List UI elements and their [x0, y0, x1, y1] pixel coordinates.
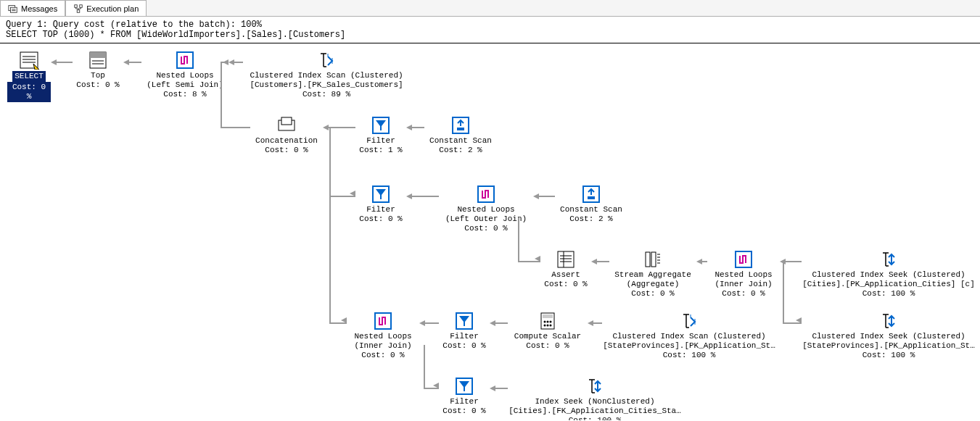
nested-loops-icon [734, 250, 753, 269]
node-clustered-index-scan-customers[interactable]: Clustered Index Scan (Clustered) [Custom… [243, 51, 410, 99]
arrow [406, 193, 439, 199]
node-cost: Cost: 2 % [569, 214, 612, 223]
svg-rect-5 [80, 4, 83, 7]
filter-icon [455, 377, 474, 396]
node-cost: Cost: 100 % [663, 351, 716, 359]
tab-execution-plan-label: Execution plan [86, 4, 139, 13]
query-cost-line: Query 1: Query cost (relative to the bat… [6, 20, 262, 30]
node-label: Top [91, 71, 105, 80]
node-cost: Cost: 0 % [631, 289, 674, 298]
node-cost: Cost: 100 % [862, 351, 915, 359]
concatenation-icon [277, 116, 296, 135]
node-nested-loops-loj[interactable]: Nested Loops (Left Outer Join) Cost: 0 % [439, 185, 533, 233]
node-clustered-index-seek-sp2[interactable]: Clustered Index Seek (Clustered) [StateP… [802, 312, 976, 360]
constant-scan-icon [582, 185, 601, 204]
clustered-index-scan-icon [316, 51, 337, 70]
arrow [406, 125, 424, 130]
compute-scalar-icon [538, 312, 557, 330]
svg-marker-54 [433, 383, 439, 388]
svg-marker-52 [535, 256, 540, 262]
stream-aggregate-icon [643, 250, 662, 269]
node-cost: Cost: 0 % [544, 280, 587, 288]
svg-marker-50 [350, 191, 355, 196]
node-stream-aggregate[interactable]: Stream Aggregate (Aggregate) Cost: 0 % [609, 250, 696, 299]
node-cost: Cost: 0 % [359, 214, 402, 223]
node-sublabel: [StateProvinces].[PK_Application_St… [802, 341, 975, 350]
arrow [780, 259, 802, 264]
node-cost: Cost: 1 % [359, 146, 402, 154]
node-cost: Cost: 0 % [526, 341, 569, 350]
svg-marker-53 [796, 317, 802, 323]
node-clustered-index-scan-sp[interactable]: Clustered Index Scan (Clustered) [StateP… [602, 312, 776, 360]
node-constant-scan-2[interactable]: Constant Scan Cost: 2 % [555, 185, 627, 224]
svg-marker-38 [459, 316, 469, 326]
assert-icon [556, 250, 575, 269]
svg-rect-28 [558, 251, 574, 267]
node-label: Filter [366, 205, 395, 214]
filter-icon [455, 312, 474, 330]
tab-execution-plan[interactable]: Execution plan [65, 0, 147, 16]
node-cost: Cost: 8 % [163, 90, 206, 99]
arrow [588, 320, 602, 326]
node-sublabel: [Customers].[PK_Sales_Customers] [250, 80, 403, 89]
node-sublabel: (Inner Join) [354, 341, 411, 350]
svg-rect-1 [11, 7, 17, 12]
arrow [490, 320, 508, 326]
node-label: Index Seek (NonClustered) [535, 397, 654, 406]
nested-loops-icon [374, 312, 392, 330]
node-filter-1[interactable]: Filter Cost: 1 % [355, 116, 406, 155]
node-select[interactable]: SELECT Cost: 0 % [7, 51, 51, 102]
node-nested-loops-lsj[interactable]: Nested Loops (Left Semi Join) Cost: 8 % [141, 51, 228, 99]
node-label: Clustered Index Seek (Clustered) [812, 332, 965, 341]
arrow [591, 259, 609, 264]
svg-rect-22 [457, 128, 464, 130]
node-cost: Cost: 100 % [862, 289, 915, 298]
svg-point-45 [547, 325, 549, 327]
index-seek-icon [585, 377, 605, 396]
node-clustered-index-seek-cities[interactable]: Clustered Index Seek (Clustered) [Cities… [802, 250, 976, 299]
node-compute-scalar[interactable]: Compute Scalar Cost: 0 % [508, 312, 588, 351]
node-label: Nested Loops [457, 205, 514, 214]
clustered-index-scan-icon [679, 312, 699, 330]
svg-marker-51 [341, 317, 347, 323]
node-index-seek-nc[interactable]: Index Seek (NonClustered) [Cities].[FK_A… [508, 377, 682, 420]
node-label: Constant Scan [560, 205, 622, 214]
node-label: Stream Aggregate [614, 270, 691, 279]
node-nested-loops-ij1[interactable]: Nested Loops (Inner Join) Cost: 0 % [707, 250, 780, 299]
tab-messages[interactable]: Messages [0, 0, 65, 16]
arrow [696, 259, 707, 264]
node-top[interactable]: Top Cost: 0 % [73, 51, 123, 90]
node-cost: Cost: 100 % [569, 416, 622, 420]
svg-marker-48 [459, 381, 469, 391]
node-label: Filter [450, 397, 479, 406]
svg-rect-18 [281, 117, 292, 125]
node-assert[interactable]: Assert Cost: 0 % [540, 250, 591, 289]
node-concatenation[interactable]: Concatenation Cost: 0 % [250, 116, 323, 155]
node-cost: Cost: 0 % [361, 351, 404, 359]
svg-point-43 [550, 321, 552, 323]
node-label: Constant Scan [429, 136, 492, 145]
node-filter-3[interactable]: Filter Cost: 0 % [439, 312, 490, 351]
execution-plan-icon [73, 4, 83, 14]
filter-icon [371, 185, 390, 204]
node-label: Nested Loops [354, 332, 411, 341]
plan-canvas[interactable]: SELECT Cost: 0 % Top Cost: 0 % Nested Lo… [0, 43, 980, 420]
arrow [323, 125, 355, 130]
svg-rect-40 [543, 314, 553, 318]
svg-rect-33 [646, 252, 650, 267]
node-nested-loops-ij2[interactable]: Nested Loops (Inner Join) Cost: 0 % [347, 312, 419, 360]
node-label: Clustered Index Seek (Clustered) [812, 270, 965, 279]
svg-point-41 [544, 321, 546, 323]
node-sublabel: (Left Semi Join) [147, 80, 223, 89]
clustered-index-seek-icon [878, 250, 899, 269]
node-label: Nested Loops [156, 71, 213, 80]
node-filter-2[interactable]: Filter Cost: 0 % [355, 185, 406, 224]
node-sublabel: (Left Outer Join) [445, 214, 527, 223]
arrow [228, 59, 243, 65]
clustered-index-seek-icon [878, 312, 899, 330]
arrow [123, 59, 141, 65]
arrow [490, 385, 508, 391]
node-constant-scan-1[interactable]: Constant Scan Cost: 2 % [424, 116, 497, 155]
node-filter-4[interactable]: Filter Cost: 0 % [439, 377, 490, 416]
svg-rect-34 [651, 252, 656, 267]
